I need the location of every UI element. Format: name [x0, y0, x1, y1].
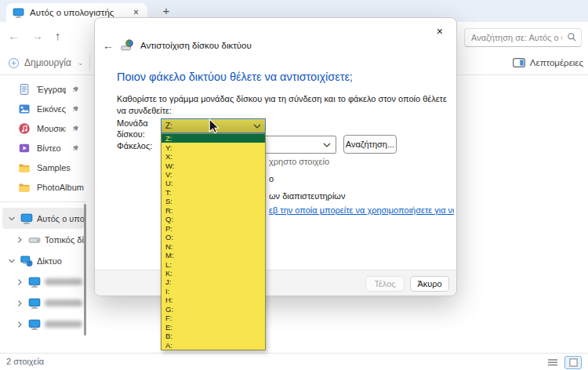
mouse-cursor — [209, 118, 220, 135]
sidebar-item[interactable]: Έγγραφα — [0, 79, 86, 99]
tree-item[interactable] — [2, 292, 84, 314]
new-button[interactable]: Δημιουργία ⌄ — [8, 54, 83, 71]
sidebar-scrollbar[interactable] — [84, 204, 86, 336]
forward-button[interactable]: → — [31, 29, 43, 43]
drive-option[interactable]: K: — [162, 269, 265, 278]
dialog-back-button[interactable]: ← — [103, 39, 114, 52]
sidebar-item-icon — [18, 122, 31, 135]
tree-items-list: Αυτός ο υπολογ Τοπικός δίσκο Δίκτυο — [0, 208, 86, 335]
reconnect-text-fragment: ο — [269, 174, 454, 183]
drive-option[interactable]: I: — [162, 287, 265, 296]
sidebar-item-icon — [18, 181, 31, 194]
pin-icon[interactable] — [72, 125, 80, 132]
drive-option[interactable]: X: — [162, 152, 265, 161]
drive-option[interactable]: H: — [162, 296, 265, 304]
credentials-text-fragment: ων διαπιστευτηρίων — [269, 191, 454, 201]
drive-option[interactable]: P: — [162, 224, 265, 233]
sidebar-item-icon — [18, 103, 31, 115]
sidebar-item-label: Έγγραφα — [37, 85, 66, 94]
up-button[interactable]: ↑ — [55, 29, 61, 43]
drive-option[interactable]: B: — [162, 332, 265, 340]
pin-icon[interactable] — [72, 105, 80, 113]
pin-icon[interactable] — [72, 85, 80, 93]
drive-option[interactable]: J: — [162, 278, 265, 286]
drive-option[interactable]: M: — [162, 251, 265, 259]
finish-button[interactable]: Τέλος — [365, 276, 405, 292]
drive-letter-dropdown-list: Z: Y: X: W: V: U: T: S: R: Q: P: O: N: M… — [161, 133, 266, 350]
drive-option[interactable]: T: — [162, 188, 265, 197]
chevron-right-icon[interactable] — [15, 320, 24, 329]
folder-label: Φάκελος: — [117, 141, 152, 151]
drive-option[interactable]: N: — [162, 241, 265, 250]
tree-item-icon — [20, 212, 33, 225]
tree-item[interactable]: Δίκτυο — [2, 250, 84, 271]
file-explorer-window: Αυτός ο υπολογιστής × + ← → ↑ Δημιουργία… — [0, 0, 588, 370]
sidebar-divider — [0, 201, 86, 202]
drive-option[interactable]: O: — [162, 233, 265, 241]
example-text-fragment: χρηστο στοιχείο — [269, 157, 454, 166]
sidebar-item-icon — [18, 83, 31, 96]
search-icon — [567, 32, 577, 42]
drive-option[interactable]: Y: — [162, 143, 265, 151]
details-pane-button[interactable]: Λεπτομέρειες — [513, 54, 583, 71]
drive-option[interactable]: L: — [162, 259, 265, 268]
tree-item-icon — [28, 297, 41, 310]
tree-item[interactable]: Τοπικός δίσκο — [2, 229, 84, 250]
drive-option[interactable]: A: — [162, 340, 265, 349]
browse-button[interactable]: Αναζήτηση... — [343, 135, 397, 154]
sidebar-item-icon — [18, 161, 31, 174]
drive-option[interactable]: F: — [162, 314, 265, 322]
tree-item-icon — [20, 255, 33, 267]
sidebar-item[interactable]: Μουσική — [0, 118, 86, 138]
sidebar-item[interactable]: PhotoAlbum — [0, 177, 86, 197]
chevron-down-icon[interactable] — [7, 214, 16, 223]
sidebar-item[interactable]: Samples — [0, 158, 86, 177]
status-bar: 2 στοιχεία — [0, 353, 588, 370]
pinned-items-list: Έγγραφα Εικόνες Μουσική Βίντε — [0, 75, 86, 197]
chevron-down-icon[interactable] — [323, 143, 331, 147]
drive-option[interactable]: Z: — [162, 134, 265, 143]
sidebar-item-label: Εικόνες — [37, 104, 66, 114]
this-pc-icon — [13, 7, 24, 19]
navigation-sidebar: Έγγραφα Εικόνες Μουσική Βίντε — [0, 75, 86, 353]
chevron-down-icon: ⌄ — [78, 59, 84, 67]
sidebar-item[interactable]: Βίντεο — [0, 138, 86, 158]
tree-item[interactable] — [2, 271, 84, 292]
back-button[interactable]: ← — [8, 29, 20, 43]
drive-option[interactable]: V: — [162, 170, 265, 179]
search-input[interactable] — [464, 28, 582, 47]
large-icons-view-toggle[interactable] — [564, 356, 582, 369]
drive-option[interactable]: E: — [162, 323, 265, 332]
list-view-toggle[interactable] — [547, 358, 558, 368]
cancel-button[interactable]: Άκυρο — [410, 276, 449, 292]
sidebar-item[interactable]: Εικόνες — [0, 99, 86, 118]
drive-option[interactable]: G: — [162, 305, 265, 314]
drive-option[interactable]: W: — [162, 161, 265, 169]
chevron-down-icon — [253, 124, 261, 129]
chevron-right-icon[interactable] — [15, 278, 24, 287]
tree-item[interactable] — [2, 314, 84, 335]
chevron-down-icon[interactable] — [7, 256, 16, 266]
redacted-label — [45, 278, 82, 285]
redacted-label — [45, 321, 82, 328]
chevron-right-icon[interactable] — [15, 299, 24, 308]
search-box — [464, 28, 582, 47]
tab-close-button[interactable]: × — [131, 7, 141, 18]
items-count: 2 στοιχεία — [6, 357, 44, 366]
pin-icon[interactable] — [72, 144, 80, 152]
dialog-footer: Τέλος Άκυρο — [95, 270, 456, 296]
web-link-fragment[interactable]: εβ την οποία μπορείτε να χρησιμοποιήσετε… — [269, 205, 454, 215]
dialog-title: Αντιστοίχιση δίσκου δικτύου — [140, 41, 252, 50]
dialog-close-button[interactable]: × — [433, 24, 447, 39]
drive-option[interactable]: R: — [162, 206, 265, 215]
tree-item[interactable]: Αυτός ο υπολογ — [2, 208, 84, 229]
drive-option[interactable]: Q: — [162, 215, 265, 223]
details-button-label: Λεπτομέρειες — [530, 58, 583, 67]
drive-option[interactable]: S: — [162, 197, 265, 205]
tree-item-icon — [28, 276, 41, 288]
chevron-right-icon[interactable] — [15, 235, 24, 245]
drive-option[interactable]: U: — [162, 179, 265, 187]
tree-item-icon — [28, 318, 41, 331]
sidebar-item-label: PhotoAlbum — [37, 183, 86, 192]
dialog-header: ← Αντιστοίχιση δίσκου δικτύου — [103, 39, 252, 52]
